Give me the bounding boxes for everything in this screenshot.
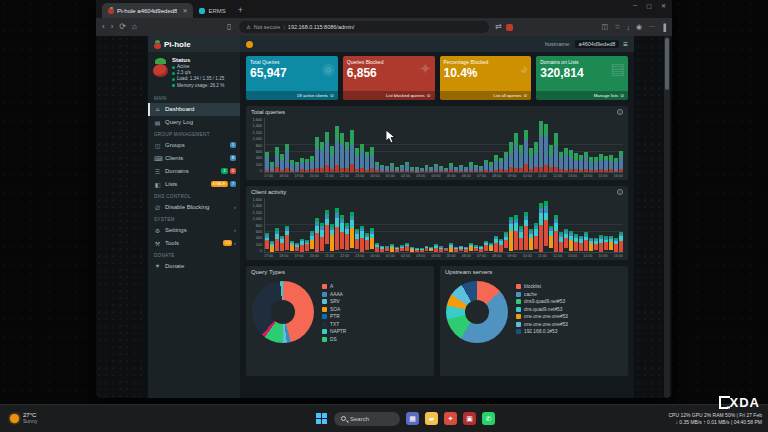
legend-item[interactable]: PTR bbox=[322, 314, 346, 319]
tab-erms[interactable]: ERMS bbox=[193, 3, 231, 18]
menu-icon[interactable]: ≡ bbox=[623, 40, 628, 49]
plot-area[interactable] bbox=[264, 118, 623, 173]
sidebar-item-clients[interactable]: ⌨Clients8 bbox=[148, 152, 240, 165]
legend-item[interactable]: TXT bbox=[322, 322, 346, 327]
x-tick: 21:00 bbox=[325, 254, 334, 258]
status-dot-icon bbox=[172, 78, 175, 81]
home-icon[interactable]: ⌂ bbox=[132, 23, 137, 31]
sidebar-item-donate[interactable]: ♥Donate bbox=[148, 260, 240, 273]
legend-item[interactable]: AAAA bbox=[322, 292, 346, 297]
weather-text: 27°C Sunny bbox=[23, 412, 37, 424]
downloads-icon[interactable]: ↓ bbox=[626, 24, 630, 31]
x-tick: 07:00 bbox=[477, 174, 486, 178]
chart-bar bbox=[270, 162, 274, 172]
legend-label: TXT bbox=[330, 322, 339, 327]
taskbar: 27°C Sunny Search ▦▰✦▣✆ CPU 12% GPU 2% R… bbox=[0, 404, 768, 432]
split-screen-icon[interactable]: ◫ bbox=[602, 23, 609, 31]
game-app-icon[interactable]: ✦ bbox=[444, 412, 457, 425]
query-types-donut[interactable] bbox=[252, 281, 314, 343]
legend-item[interactable]: A bbox=[322, 284, 346, 289]
box-title: Client activity bbox=[251, 189, 286, 195]
close-button[interactable]: ✕ bbox=[661, 2, 666, 9]
tab-pihole[interactable]: Pi-hole a4604d9eded8 ✕ bbox=[102, 3, 193, 18]
x-tick: 16:00 bbox=[614, 174, 623, 178]
card-footer-link[interactable]: 18 active clients ⊙ bbox=[246, 91, 338, 100]
sidebar-item-settings[interactable]: ⚙Settings‹ bbox=[148, 224, 240, 237]
chart-bar bbox=[325, 132, 329, 173]
x-tick: 10:00 bbox=[523, 174, 532, 178]
plot-area[interactable] bbox=[264, 198, 623, 253]
legend-item[interactable]: cache bbox=[516, 292, 568, 297]
taskbar-search[interactable]: Search bbox=[334, 412, 400, 426]
sidebar-item-dashboard[interactable]: ⌂Dashboard bbox=[148, 103, 240, 116]
info-icon[interactable]: i bbox=[617, 189, 623, 195]
x-tick: 11:00 bbox=[538, 174, 547, 178]
legend-label: cache bbox=[524, 292, 537, 297]
sidebar-item-tools[interactable]: ⚒Tools13‹ bbox=[148, 237, 240, 250]
pihole-header: Pi-hole hostname: a4604d9eded8 ≡ bbox=[148, 36, 634, 52]
bookmark-panel-icon[interactable]: ▯ bbox=[227, 23, 231, 31]
adblock-extension-icon[interactable] bbox=[506, 24, 513, 31]
sidebar-item-groups[interactable]: ◫Groups1 bbox=[148, 139, 240, 152]
sidebar-item-domains[interactable]: ☰Domains40 bbox=[148, 165, 240, 178]
maximize-button[interactable]: ▢ bbox=[646, 2, 652, 9]
card-footer-link[interactable]: List blocked queries ⊙ bbox=[343, 91, 435, 100]
chart-bar bbox=[469, 162, 473, 172]
y-axis: 1,6001,4001,2001,0008006004002000 bbox=[249, 198, 264, 253]
photos-app-icon[interactable]: ▣ bbox=[463, 412, 476, 425]
edge-sidebar-icon[interactable]: ▐ bbox=[661, 24, 666, 31]
legend-item[interactable]: blocklist bbox=[516, 284, 568, 289]
card-percentage-blocked: Percentage Blocked10.4%◕List all queries… bbox=[440, 56, 532, 100]
page-scrollbar[interactable] bbox=[664, 36, 670, 398]
info-icon[interactable]: i bbox=[617, 109, 623, 115]
profile-avatar[interactable]: ◉ bbox=[636, 23, 642, 31]
stats-line1: CPU 12% GPU 2% RAM 50% | Fri 27 Feb bbox=[668, 412, 762, 418]
legend-item[interactable]: SOA bbox=[322, 307, 346, 312]
legend-item[interactable]: dns.quad9.net#53 bbox=[516, 307, 568, 312]
file-icon: ▤ bbox=[154, 119, 161, 126]
chart-bar bbox=[360, 226, 364, 252]
chart-bar bbox=[619, 151, 623, 172]
task-view-icon[interactable]: ▦ bbox=[406, 412, 419, 425]
refresh-icon[interactable]: ⟳ bbox=[119, 23, 126, 31]
legend-item[interactable]: NAPTR bbox=[322, 329, 346, 334]
card-footer-link[interactable]: Manage lists ⊙ bbox=[536, 91, 628, 100]
update-notification-icon[interactable] bbox=[246, 41, 253, 48]
chart-bar bbox=[405, 162, 409, 172]
sidebar-item-query-log[interactable]: ▤Query Log bbox=[148, 116, 240, 129]
url-text[interactable]: 192.168.0.115:8086/admin/ bbox=[288, 24, 355, 30]
chart-bar bbox=[454, 167, 458, 172]
settings-menu-icon[interactable]: ⋯ bbox=[648, 23, 655, 31]
back-icon[interactable]: ‹ bbox=[102, 23, 105, 31]
badge: STALE bbox=[211, 181, 228, 187]
whatsapp-icon[interactable]: ✆ bbox=[482, 412, 495, 425]
legend-item[interactable]: DS bbox=[322, 337, 346, 342]
legend-item[interactable]: one.one.one.one#53 bbox=[516, 314, 568, 319]
favorites-icon[interactable]: ☆ bbox=[614, 23, 620, 31]
new-tab-button[interactable]: + bbox=[238, 3, 243, 18]
card-footer-link[interactable]: List all queries ⊙ bbox=[440, 91, 532, 100]
legend-item[interactable]: 192.168.0.1#53 bbox=[516, 329, 568, 334]
x-tick: 09:00 bbox=[508, 254, 517, 258]
pihole-logo-area[interactable]: Pi-hole bbox=[148, 36, 240, 52]
legend-item[interactable]: one.one.one.one#53 bbox=[516, 322, 568, 327]
close-tab-icon[interactable]: ✕ bbox=[182, 7, 187, 14]
file-explorer-icon[interactable]: ▰ bbox=[425, 412, 438, 425]
legend-item[interactable]: SRV bbox=[322, 299, 346, 304]
weather-widget[interactable]: 27°C Sunny bbox=[0, 412, 170, 424]
start-button[interactable] bbox=[316, 413, 328, 425]
scrollbar-thumb[interactable] bbox=[665, 38, 669, 90]
sidebar-item-lists[interactable]: ◧ListsSTALE7 bbox=[148, 178, 240, 191]
laptop-icon: ⌨ bbox=[154, 155, 161, 162]
sidebar-item-disable-blocking[interactable]: ∅Disable Blocking‹ bbox=[148, 201, 240, 214]
forward-icon[interactable]: › bbox=[111, 23, 114, 31]
minimize-button[interactable]: ─ bbox=[633, 2, 637, 9]
legend-item[interactable]: dns9.quad9.net#53 bbox=[516, 299, 568, 304]
chart-bar bbox=[330, 146, 334, 172]
security-label[interactable]: Not secure bbox=[254, 24, 281, 30]
status-dot-icon bbox=[172, 66, 175, 69]
address-bar[interactable]: ⚠ Not secure | 192.168.0.115:8086/admin/ bbox=[239, 21, 489, 33]
translate-icon[interactable]: ⇄ bbox=[495, 23, 502, 31]
chart-bar bbox=[415, 248, 419, 252]
upstream-servers-donut[interactable] bbox=[446, 281, 508, 343]
